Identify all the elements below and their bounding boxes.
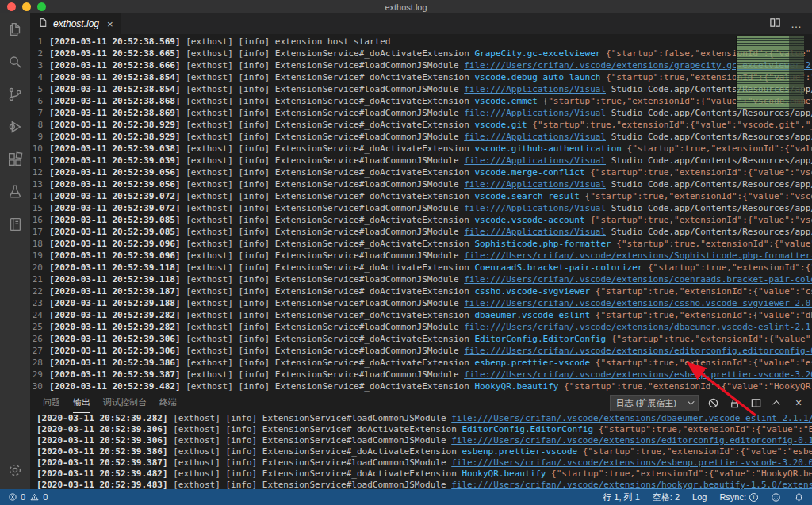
file-link[interactable]: file:///Users/crifan/.vscode/extensions/… <box>451 480 812 489</box>
timestamp: [2020-03-11 20:52:39.118] <box>49 274 181 285</box>
output-log[interactable]: [2020-03-11 20:52:39.282] [exthost] [inf… <box>30 413 812 489</box>
feedback-smiley-icon[interactable] <box>771 492 781 503</box>
file-link[interactable]: file:///Users/crifan/.vscode/extensions/… <box>451 413 812 423</box>
timestamp: [2020-03-11 20:52:38.868] <box>49 96 181 106</box>
line-number: 7 <box>30 107 43 119</box>
errors-indicator[interactable]: 0 <box>8 492 25 502</box>
testing-beaker-icon[interactable] <box>6 182 25 201</box>
file-link[interactable]: file:///Users/crifan/.vscode/extensions/… <box>451 435 812 446</box>
panel-tab-problems[interactable]: 问题 <box>43 392 60 413</box>
extension-id: vscode.vscode-account <box>474 215 584 225</box>
line-number: 29 <box>30 369 43 381</box>
line-number: 16 <box>30 214 43 226</box>
log-line: 6[2020-03-11 20:52:38.868] [exthost] [in… <box>30 95 812 107</box>
info-icon: i <box>749 493 758 502</box>
file-link[interactable]: file:///Users/crifan/.vscode/extensions/… <box>464 322 812 332</box>
file-link[interactable]: file:///Applications/Visual <box>464 155 606 166</box>
extension-id: cssho.vscode-svgviewer <box>474 286 590 296</box>
clear-output-icon[interactable] <box>706 396 720 410</box>
file-link[interactable]: file:///Applications/Visual <box>464 84 606 94</box>
line-number: 19 <box>30 250 43 262</box>
line-number: 14 <box>30 190 43 202</box>
warnings-indicator[interactable]: 0 <box>29 492 48 502</box>
line-number: 2 <box>30 48 43 59</box>
extension-id: EditorConfig.EditorConfig <box>474 334 606 344</box>
split-panel-icon[interactable] <box>749 396 763 410</box>
settings-gear-icon[interactable] <box>6 461 25 480</box>
rsync-status[interactable]: Rsync: i <box>719 492 758 502</box>
file-link[interactable]: file:///Applications/Visual <box>464 132 606 142</box>
language-mode[interactable]: Log <box>692 492 707 502</box>
timestamp: [2020-03-11 20:52:38.665] <box>49 48 181 59</box>
status-bar: 0 0 行 1, 列 1 空格: 2 Log Rsync: i <box>0 489 812 505</box>
traffic-lights <box>0 2 46 11</box>
more-actions-icon[interactable]: … <box>791 17 802 30</box>
output-channel-select[interactable]: 日志 (扩展宿主) <box>610 395 699 411</box>
file-link[interactable]: file:///Users/crifan/.vscode/extensions/… <box>464 298 812 308</box>
split-editor-icon[interactable] <box>769 17 781 32</box>
panel-tab-terminal[interactable]: 终端 <box>159 392 177 413</box>
editor[interactable]: 1[2020-03-11 20:52:38.569] [exthost] [in… <box>30 34 812 392</box>
line-number: 1 <box>30 36 43 48</box>
file-link[interactable]: file:///Users/crifan/.vscode/extensions/… <box>464 274 812 285</box>
line-number: 21 <box>30 274 43 285</box>
file-link[interactable]: file:///Applications/Visual <box>464 227 606 237</box>
panel-tab-output[interactable]: 输出 <box>73 392 90 413</box>
file-link[interactable]: file:///Users/crifan/.vscode/extensions/… <box>464 251 812 261</box>
timestamp: [2020-03-11 20:52:39.085] <box>49 227 181 237</box>
run-debug-icon[interactable] <box>6 117 25 136</box>
timestamp: [2020-03-11 20:52:39.072] <box>49 191 181 201</box>
explorer-icon[interactable] <box>6 20 25 39</box>
line-number: 23 <box>30 297 43 309</box>
log-line: 22[2020-03-11 20:52:39.187] [exthost] [i… <box>30 285 812 297</box>
line-number: 6 <box>30 95 43 107</box>
tab-exthost-log[interactable]: exthost.log × <box>30 13 122 34</box>
file-link[interactable]: file:///Users/crifan/.vscode/extensions/… <box>464 346 812 356</box>
tab-label: exthost.log <box>53 18 99 29</box>
cursor-position[interactable]: 行 1, 列 1 <box>603 492 639 503</box>
line-number: 27 <box>30 345 43 357</box>
extension-id: HookyQR.beautify <box>474 381 558 392</box>
log-line: 23[2020-03-11 20:52:39.188] [exthost] [i… <box>30 297 812 309</box>
titlebar: exthost.log <box>0 0 812 13</box>
close-tab-icon[interactable]: × <box>107 18 113 30</box>
extension-id: vscode.emmet <box>474 96 537 106</box>
lock-scroll-icon[interactable] <box>727 396 741 410</box>
line-number: 17 <box>30 226 43 238</box>
file-link[interactable]: file:///Users/crifan/.vscode/extensions/… <box>451 457 812 468</box>
file-link[interactable]: file:///Applications/Visual <box>464 203 606 213</box>
line-number: 9 <box>30 131 43 143</box>
extension-id: EditorConfig.EditorConfig <box>462 424 593 434</box>
file-link[interactable]: file:///Users/crifan/.vscode/extensions/… <box>464 369 812 380</box>
panel-log-line: [2020-03-11 20:52:39.306] [exthost] [inf… <box>36 435 812 446</box>
log-line: 10[2020-03-11 20:52:39.038] [exthost] [i… <box>30 143 812 155</box>
search-icon[interactable] <box>6 52 25 71</box>
log-line: 7[2020-03-11 20:52:38.869] [exthost] [in… <box>30 107 812 119</box>
notebook-icon[interactable] <box>6 215 25 234</box>
line-number: 13 <box>30 178 43 190</box>
close-window-button[interactable] <box>7 2 16 11</box>
line-number: 30 <box>30 381 43 392</box>
log-line: 20[2020-03-11 20:52:39.118] [exthost] [i… <box>30 262 812 274</box>
tab-bar: exthost.log × … <box>30 13 812 34</box>
indentation[interactable]: 空格: 2 <box>653 492 680 503</box>
maximize-panel-icon[interactable] <box>770 396 784 410</box>
line-number: 28 <box>30 357 43 369</box>
extensions-icon[interactable] <box>6 150 25 169</box>
line-number: 11 <box>30 155 43 166</box>
source-control-icon[interactable] <box>6 85 25 104</box>
minimap[interactable] <box>736 36 804 109</box>
panel-tab-debug-console[interactable]: 调试控制台 <box>103 392 147 413</box>
minimize-window-button[interactable] <box>22 2 31 11</box>
file-link[interactable]: file:///Applications/Visual <box>464 179 606 189</box>
close-panel-icon[interactable]: × <box>791 396 806 410</box>
extension-id: vscode.git <box>474 120 527 130</box>
notifications-bell-icon[interactable] <box>794 492 804 503</box>
zoom-window-button[interactable] <box>37 2 46 11</box>
line-number: 4 <box>30 71 43 83</box>
timestamp: [2020-03-11 20:52:39.306] <box>36 435 168 446</box>
log-line: 27[2020-03-11 20:52:39.306] [exthost] [i… <box>30 345 812 357</box>
file-link[interactable]: file:///Applications/Visual <box>464 108 606 118</box>
timestamp: [2020-03-11 20:52:39.282] <box>49 310 181 320</box>
timestamp: [2020-03-11 20:52:39.188] <box>49 298 181 308</box>
